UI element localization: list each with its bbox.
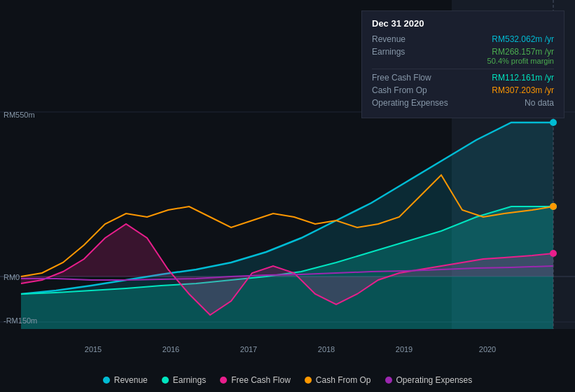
legend-opex-dot [385, 377, 392, 384]
svg-point-6 [550, 119, 557, 126]
y-label-0: RM0 [4, 273, 20, 281]
x-label-2019: 2019 [396, 345, 413, 354]
tooltip-revenue-value: RM532.062m /yr [492, 34, 554, 44]
legend-fcf[interactable]: Free Cash Flow [220, 375, 291, 385]
tooltip-fcf-row: Free Cash Flow RM112.161m /yr [372, 73, 554, 83]
chart-container: RM550m RM0 -RM150m 2015 2016 2017 2018 2… [0, 0, 575, 392]
tooltip-fcf-label: Free Cash Flow [372, 73, 456, 83]
tooltip-fcf-value: RM112.161m /yr [492, 73, 554, 83]
x-label-2017: 2017 [240, 345, 257, 354]
profit-margin-text: 50.4% profit margin [487, 57, 554, 65]
legend-cashop-dot [305, 377, 312, 384]
tooltip-earnings-label: Earnings [372, 47, 456, 57]
tooltip-opex-label: Operating Expenses [372, 98, 456, 108]
svg-point-8 [550, 250, 557, 257]
x-label-2020: 2020 [479, 345, 496, 354]
tooltip-cashop-label: Cash From Op [372, 85, 456, 95]
legend-revenue-dot [103, 377, 110, 384]
tooltip-opex-value: No data [525, 98, 554, 108]
tooltip-earnings-value: RM268.157m /yr 50.4% profit margin [487, 47, 554, 65]
tooltip-revenue-label: Revenue [372, 34, 456, 44]
tooltip-cashop-row: Cash From Op RM307.203m /yr [372, 85, 554, 95]
legend-cashop-label: Cash From Op [316, 375, 371, 385]
y-label-550: RM550m [4, 111, 35, 119]
tooltip-box: Dec 31 2020 Revenue RM532.062m /yr Earni… [361, 10, 564, 118]
legend-revenue-label: Revenue [114, 375, 148, 385]
legend-opex[interactable]: Operating Expenses [385, 375, 473, 385]
tooltip-revenue-row: Revenue RM532.062m /yr [372, 34, 554, 44]
legend-opex-label: Operating Expenses [396, 375, 473, 385]
legend-revenue[interactable]: Revenue [103, 375, 148, 385]
tooltip-opex-row: Operating Expenses No data [372, 98, 554, 108]
tooltip-cashop-value: RM307.203m /yr [492, 85, 554, 95]
x-label-2015: 2015 [85, 345, 102, 354]
x-label-2016: 2016 [162, 345, 179, 354]
legend-earnings-dot [162, 377, 169, 384]
x-label-2018: 2018 [318, 345, 335, 354]
tooltip-earnings-row: Earnings RM268.157m /yr 50.4% profit mar… [372, 47, 554, 65]
chart-legend: Revenue Earnings Free Cash Flow Cash Fro… [0, 375, 575, 385]
legend-fcf-label: Free Cash Flow [231, 375, 291, 385]
legend-earnings[interactable]: Earnings [162, 375, 206, 385]
legend-earnings-label: Earnings [173, 375, 206, 385]
legend-fcf-dot [220, 377, 227, 384]
tooltip-divider [372, 69, 554, 69]
legend-cashop[interactable]: Cash From Op [305, 375, 371, 385]
svg-point-9 [550, 203, 557, 210]
tooltip-date: Dec 31 2020 [372, 18, 554, 29]
y-label-neg150: -RM150m [4, 316, 37, 325]
